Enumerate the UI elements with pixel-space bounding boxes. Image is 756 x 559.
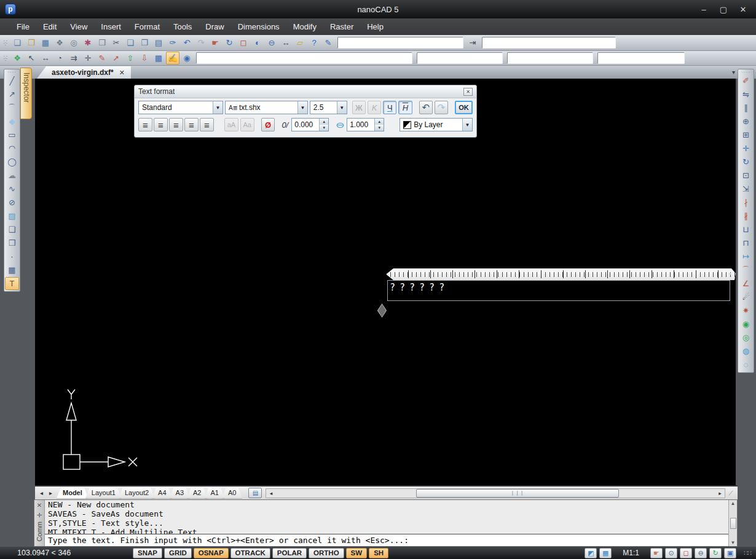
toolbar-button[interactable]: ❏ [10, 36, 24, 49]
toolbar-combo-6[interactable] [597, 52, 685, 64]
menu-item[interactable]: Dimensions [231, 20, 286, 34]
toolbar-button[interactable]: ✱ [81, 36, 95, 49]
toolbar-button[interactable]: ⇉ [67, 52, 81, 64]
close-icon[interactable]: ✕ [37, 502, 42, 509]
status-icon-button[interactable]: ◩ [585, 548, 597, 558]
status-icon-button[interactable]: ▦ [599, 548, 612, 558]
menu-item[interactable]: Tools [167, 20, 199, 34]
dialog-titlebar[interactable]: Text format ✕ [135, 85, 476, 98]
sheet-tab[interactable]: Model [57, 488, 89, 499]
mode-toggle-button[interactable]: ORTHO [309, 548, 344, 558]
spin-down-icon[interactable]: ▼ [320, 125, 328, 131]
undo-button[interactable]: ↶ [419, 101, 433, 114]
ruler-width-marker-icon[interactable]: ◂ [728, 270, 731, 276]
draw-tool-button[interactable]: ◠ [5, 142, 19, 155]
modify-tool-button[interactable]: ✛ [739, 142, 753, 155]
modify-tool-button[interactable]: ⊡ [739, 169, 753, 182]
mode-toggle-button[interactable]: OTRACK [230, 548, 270, 558]
tab-overflow-icon[interactable]: ▾ [732, 69, 735, 76]
mode-toggle-button[interactable]: SW [346, 548, 368, 558]
align-button[interactable]: ≡ [154, 118, 168, 131]
toolbar-button[interactable]: ◻ [237, 36, 250, 49]
scrollbar-thumb[interactable]: ❘❘❘ [416, 489, 618, 498]
toolbar-combo-1[interactable] [337, 37, 463, 49]
lowercase-button[interactable]: Aa [240, 118, 254, 131]
toolbar-grip[interactable]: ···· [741, 71, 750, 74]
underline-button[interactable]: Ч [383, 101, 396, 114]
draw-tool-button[interactable]: ▭ [5, 128, 19, 141]
menu-item[interactable]: Modify [286, 20, 323, 34]
status-icon-button[interactable]: ◻ [680, 548, 692, 558]
resize-grip-icon[interactable]: ⟋ [726, 490, 735, 497]
titlebar[interactable]: p nanoCAD 5 – ▢ ✕ [0, 0, 756, 18]
draw-tool-button[interactable]: ❑ [5, 223, 19, 236]
toolbar-button[interactable]: ❖ [53, 36, 66, 49]
modify-tool-button[interactable]: ⌒ [739, 264, 753, 276]
draw-tool-button[interactable]: ◆ [5, 115, 19, 128]
modify-tool-button[interactable]: ∠ [739, 277, 753, 290]
align-button[interactable]: ≡ [200, 118, 214, 131]
status-icon-button[interactable]: ↻ [709, 548, 722, 558]
toolbar-button[interactable]: ◐ [251, 36, 264, 49]
overline-button[interactable]: H [398, 101, 412, 114]
toolbar-combo-2[interactable] [482, 37, 616, 49]
chevron-down-icon[interactable]: ▼ [297, 101, 307, 114]
toolbar-button[interactable]: ◉ [180, 52, 194, 64]
toolbar-combo-4[interactable] [417, 52, 503, 64]
dim-style-copy-icon[interactable]: ⇥ [466, 36, 479, 49]
menu-item[interactable]: Insert [94, 20, 128, 34]
draw-tool-button[interactable]: ⌒ [5, 101, 19, 114]
draw-tool-button[interactable]: ☁ [5, 169, 19, 182]
draw-tool-button[interactable]: ∿ [5, 182, 19, 195]
scrollbar-thumb[interactable] [730, 518, 736, 529]
scroll-left-icon[interactable]: ◂ [266, 490, 275, 496]
toolbar-button[interactable]: ❖ [10, 52, 24, 64]
toolbar-button[interactable]: ↔ [39, 52, 52, 64]
bold-button[interactable]: Ж [352, 101, 366, 114]
toolbar-combo-3[interactable] [196, 52, 412, 64]
draw-tool-button[interactable]: ↗ [5, 88, 19, 101]
toolbar-button[interactable]: ⊖ [265, 36, 278, 49]
scale-indicator[interactable]: M1:1 [623, 549, 639, 557]
modify-tool-button[interactable]: ⊔ [739, 223, 753, 236]
modify-tool-button[interactable]: ⊕ [739, 115, 753, 128]
toolbar-button[interactable]: ✑ [166, 36, 179, 49]
toolbar-button[interactable]: ◔ [53, 52, 66, 64]
sheet-tab[interactable]: Layout1 [85, 488, 122, 499]
toolbar-button[interactable]: ◎ [67, 36, 81, 49]
toolbar-button[interactable]: ❒ [95, 36, 109, 49]
inspector-tab[interactable]: Inspector [20, 68, 32, 119]
menu-item[interactable]: Help [360, 20, 390, 34]
command-scrollbar[interactable]: ▲ ▼ [728, 500, 737, 546]
modify-tool-button[interactable]: ◎ [739, 331, 753, 344]
align-button[interactable]: ≡ [138, 118, 152, 131]
sheet-tab[interactable]: A1 [205, 488, 225, 499]
toolbar-button[interactable]: ▦ [39, 36, 52, 49]
scroll-up-icon[interactable]: ▲ [731, 501, 736, 506]
mode-toggle-button[interactable]: SNAP [133, 548, 162, 558]
modify-tool-button[interactable]: ✐ [739, 74, 753, 87]
sheet-tab[interactable]: A4 [152, 488, 172, 499]
text-color-combo[interactable]: By Layer ▼ [400, 118, 473, 131]
drawing-canvas[interactable]: Text format ✕ Standard ▼ A≣ txt.shx ▼ 2.… [35, 79, 736, 485]
toolbar-button[interactable]: ➚ [109, 52, 123, 64]
command-history[interactable]: NEW - New documentSAVEAS - SaveAs docume… [45, 500, 728, 534]
toolbar-button[interactable]: ↶ [180, 36, 194, 49]
toolbar-button[interactable]: ✛ [81, 52, 95, 64]
modify-tool-button[interactable]: ∥ [739, 101, 753, 114]
text-height-combo[interactable]: 2.5 ▼ [310, 101, 347, 114]
modify-tool-button[interactable]: ✷ [739, 304, 753, 317]
toolbar-combo-5[interactable] [507, 52, 593, 64]
modify-tool-button[interactable]: ↻ [739, 155, 753, 168]
sheet-tab[interactable]: Layout2 [119, 488, 155, 499]
sheet-tab[interactable]: A0 [222, 488, 242, 499]
toolbar-button[interactable]: ⇧ [124, 52, 137, 64]
mtext-ruler[interactable] [386, 268, 736, 280]
modify-tool-button[interactable]: ⊓ [739, 237, 753, 249]
sheet-manager-icon[interactable]: ▤ [248, 488, 262, 498]
mtext-content[interactable]: ?????? [390, 282, 449, 293]
toolbar-grip[interactable]: ⸪⸪ [4, 56, 9, 61]
draw-tool-button[interactable]: T [5, 277, 19, 290]
mode-toggle-button[interactable]: GRID [164, 548, 192, 558]
menu-item[interactable]: View [63, 20, 94, 34]
